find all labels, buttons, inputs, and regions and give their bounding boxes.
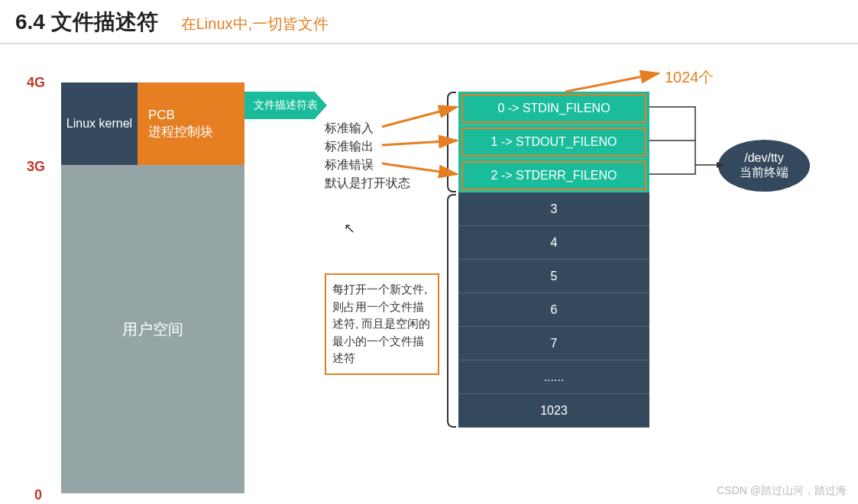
axis-3g: 3G [27,159,45,175]
dev-tty-desc: 当前终端 [740,165,788,181]
user-space: 用户空间 [61,165,244,493]
dev-tty: /dev/tty 当前终端 [718,140,810,192]
default-open-label: 默认是打开状态 [325,174,410,192]
dev-tty-path: /dev/tty [744,151,784,165]
pcb-sub: 进程控制块 [148,123,213,141]
fd-row-dots: ...... [458,360,649,394]
axis-0: 0 [34,487,42,503]
fd-row-1: 1 -> STDOUT_FILENO [458,125,649,159]
fd-table-arrow: 文件描述符表 [244,92,327,119]
fd-row-7: 7 [458,327,649,360]
kernel-row: Linux kernel PCB 进程控制块 [61,82,244,165]
svg-line-3 [565,73,659,92]
subtitle: 在Linux中,一切皆文件 [181,14,329,34]
pcb-box: PCB 进程控制块 [138,82,244,165]
note-box: 每打开一个新文件, 则占用一个文件描述符, 而且是空闲的最小的一个文件描述符 [325,273,439,375]
header: 6.4 文件描述符 在Linux中,一切皆文件 [0,0,858,44]
fd-row-5: 5 [458,260,649,293]
std-labels: 标准输入 标准输出 标准错误 默认是打开状态 [325,119,410,192]
fd-row-0: 0 -> STDIN_FILENO [458,92,649,125]
brace-top [447,92,456,192]
pcb-title: PCB [148,108,175,123]
fd-row-2: 2 -> STDERR_FILENO [458,159,649,192]
stdin-label: 标准输入 [325,119,410,137]
section-title: 6.4 文件描述符 [15,8,158,37]
cursor-icon: ↖ [344,220,355,237]
brace-bottom [447,194,456,428]
kernel-label: Linux kernel [61,82,138,165]
stderr-label: 标准错误 [325,156,410,174]
fd-row-4: 4 [458,226,649,260]
stdout-label: 标准输出 [325,137,410,156]
diagram-content: 4G 3G 0 Linux kernel PCB 进程控制块 用户空间 文件描述… [0,44,858,502]
watermark: CSDN @踏过山河，踏过海 [717,484,847,498]
memory-block: Linux kernel PCB 进程控制块 用户空间 [61,82,244,493]
axis-4g: 4G [27,75,45,91]
count-label: 1024个 [665,67,714,88]
fd-row-6: 6 [458,293,649,327]
fd-row-1023: 1023 [458,394,649,428]
fd-table: 0 -> STDIN_FILENO 1 -> STDOUT_FILENO 2 -… [458,92,649,428]
fd-row-3: 3 [458,192,649,226]
